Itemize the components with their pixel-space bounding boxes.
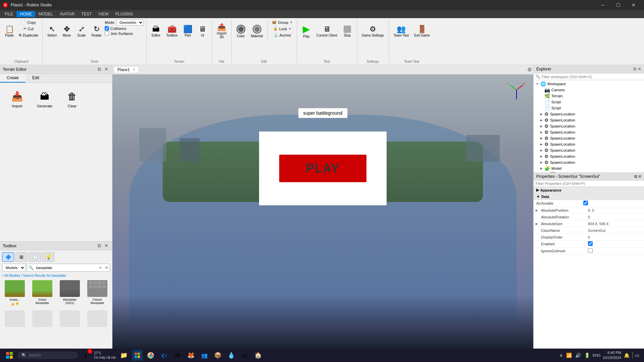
tree-item[interactable]: ▶ ⚙ SpawnLocation (534, 117, 644, 123)
minimize-button[interactable]: ─ (595, 0, 610, 10)
tree-item[interactable]: 📄 Script (534, 105, 644, 111)
paste-button[interactable]: 📋 Paste (3, 19, 16, 43)
terrain-editor-button[interactable]: 🏔 Editor (149, 19, 163, 43)
list-item[interactable]: Grass Baseplate (30, 279, 55, 307)
material-button[interactable]: Material (249, 19, 265, 43)
menu-plugins[interactable]: PLUGINS (112, 11, 137, 17)
archivable-checkbox[interactable] (583, 201, 588, 205)
toolbox-tab-images[interactable]: ⊞ (15, 252, 28, 262)
start-button[interactable] (4, 350, 15, 361)
list-item[interactable] (85, 309, 110, 328)
tray-chevron[interactable]: ∧ (559, 352, 563, 359)
select-button[interactable]: ↖ Select (45, 19, 59, 43)
game-settings-button[interactable]: ⚙ Game Settings (360, 19, 386, 43)
viewport-tab-close[interactable]: ✕ (133, 68, 135, 71)
explorer-filter-input[interactable] (542, 75, 642, 79)
toolbox-search-input[interactable] (35, 266, 97, 270)
taskbar-search-input[interactable] (29, 353, 62, 358)
taskbar-icon-edge[interactable] (159, 350, 169, 361)
properties-float-btn[interactable]: ⧉ (634, 174, 637, 179)
taskbar-icon-amazon[interactable]: 📦 (212, 350, 223, 361)
rotate-button[interactable]: ↻ Rotate (90, 19, 103, 43)
taskbar-icon-firefox[interactable]: 🦊 (186, 350, 196, 361)
toolbox-tab-recent[interactable]: 🕐 (29, 252, 41, 262)
tree-item[interactable]: ▶ ⚙ SpawnLocation (534, 141, 644, 147)
ui-button[interactable]: 🖥 UI (196, 19, 209, 43)
tree-item[interactable]: ▼ 🌐 Workspace (534, 81, 644, 87)
menu-view[interactable]: VIEW (95, 11, 112, 17)
color-button[interactable]: Color (234, 19, 248, 43)
toolbox-category-dropdown[interactable]: Models (2, 264, 26, 272)
tray-show-desktop[interactable]: ▭ (632, 352, 640, 359)
viewport-tab-place1[interactable]: Place1 ✕ (114, 66, 139, 73)
menu-model[interactable]: MODEL (35, 11, 56, 17)
tree-item[interactable]: ▶ ⚙ SpawnLocation (534, 123, 644, 129)
tree-item[interactable]: 📷 Camera (534, 87, 644, 93)
taskbar-icon-store[interactable]: 🛍 (172, 350, 183, 361)
tree-item[interactable]: ▶ ⚙ SpawnLocation (534, 129, 644, 135)
properties-filter-input[interactable] (536, 182, 642, 186)
tray-network[interactable]: 📶 (565, 352, 573, 359)
menu-file[interactable]: FILE (1, 11, 16, 17)
explorer-close-btn[interactable]: ✕ (638, 66, 641, 72)
viewport-settings-icon[interactable]: ⚙ (527, 66, 532, 73)
explorer-float-btn[interactable]: ⧉ (633, 66, 636, 72)
tray-volume[interactable]: 🔊 (575, 352, 582, 359)
collisions-checkbox[interactable] (105, 26, 109, 31)
taskbar-icon-home[interactable]: 🏠 (253, 350, 263, 361)
menu-test[interactable]: TEST (78, 11, 95, 17)
play-overlay-button[interactable]: PLAY (279, 155, 367, 182)
taskbar-icon-dropbox[interactable]: 💧 (226, 350, 237, 361)
join-surfaces-checkbox-label[interactable]: Join Surfaces (105, 31, 144, 36)
menu-avatar[interactable]: AVATAR (56, 11, 78, 17)
list-item[interactable] (57, 309, 83, 328)
tree-item[interactable]: ▶ ⚙ SpawnLocation (534, 135, 644, 141)
tree-item[interactable]: 📄 Script (534, 99, 644, 105)
data-section-header[interactable]: ▼ Data (534, 194, 644, 200)
import3d-button[interactable]: 📤 Import 3D (215, 19, 228, 43)
tree-item[interactable]: ▶ ⚙ SpawnLocation (534, 111, 644, 117)
terrain-panel-float-btn[interactable]: ⧉ (97, 66, 102, 72)
lock-button[interactable]: 🔒Lock▼ (270, 26, 294, 32)
taskbar-notification-icon[interactable]: 🌡 1 (81, 350, 91, 361)
toolbox-float-btn[interactable]: ⧉ (97, 243, 102, 249)
taskbar-icon-chrome[interactable] (145, 350, 156, 361)
mode-dropdown[interactable]: Geometric (116, 19, 144, 25)
appearance-section-header[interactable]: ▶ Appearance (534, 187, 644, 194)
tab-edit[interactable]: Edit (26, 74, 46, 83)
terrain-import-btn[interactable]: 📥 Import (5, 88, 29, 111)
join-surfaces-checkbox[interactable] (105, 31, 109, 36)
toolbox-tab-models[interactable]: 🔷 (2, 252, 14, 262)
tray-language[interactable]: ENG (593, 353, 601, 357)
toolbox-tab-suggested[interactable]: 💡 (42, 252, 54, 262)
scale-button[interactable]: ⤢ Scale (75, 19, 88, 43)
list-item[interactable]: Grass... 👍👎 (2, 279, 28, 307)
exit-game-button[interactable]: 🚪 Exit Game (412, 19, 432, 43)
taskbar-icon-teams[interactable]: 👥 (199, 350, 210, 361)
toolbox-breadcrumb[interactable]: < All Models / Search Results for basepl… (2, 274, 110, 277)
terrain-clear-btn[interactable]: 🗑 Clear (60, 88, 84, 111)
anchor-button[interactable]: ⚓Anchor (270, 32, 294, 38)
tray-battery[interactable]: 🔋 (584, 352, 591, 359)
tree-item[interactable]: ▶ ⚙ SpawnLocation (534, 147, 644, 153)
move-button[interactable]: ✥ Move (60, 19, 73, 43)
tree-item[interactable]: ▶ ⚙ SpawnLocation (534, 153, 644, 159)
current-client-button[interactable]: 🖥 Current Client (314, 19, 339, 43)
taskbar-icon-explorer[interactable]: 📁 (118, 350, 129, 361)
list-item[interactable] (30, 309, 55, 328)
viewport-canvas[interactable]: X Y Z super battleground PLAY (112, 74, 533, 349)
close-button[interactable]: ✕ (626, 0, 641, 10)
list-item[interactable]: Classic Baseplate (85, 279, 110, 307)
terrain-generate-btn[interactable]: 🏔 Generate (33, 88, 56, 111)
collisions-checkbox-label[interactable]: Collisions (105, 26, 144, 31)
tree-item[interactable]: 🌿 Terrain (534, 93, 644, 99)
toolbox-search-clear-icon[interactable]: ✕ (97, 265, 103, 270)
ignoreguiinset-checkbox[interactable] (588, 248, 593, 253)
toolbox-search-filter-icon[interactable]: ⚙ (103, 265, 110, 270)
stop-button[interactable]: Stop (341, 19, 354, 43)
part-button[interactable]: 🟦 Part (181, 19, 194, 43)
properties-close-btn[interactable]: ✕ (638, 174, 641, 179)
list-item[interactable] (2, 309, 28, 328)
tree-item[interactable]: ▶ 🧩 Model (534, 165, 644, 171)
toolbox-close-btn[interactable]: ✕ (103, 243, 109, 249)
